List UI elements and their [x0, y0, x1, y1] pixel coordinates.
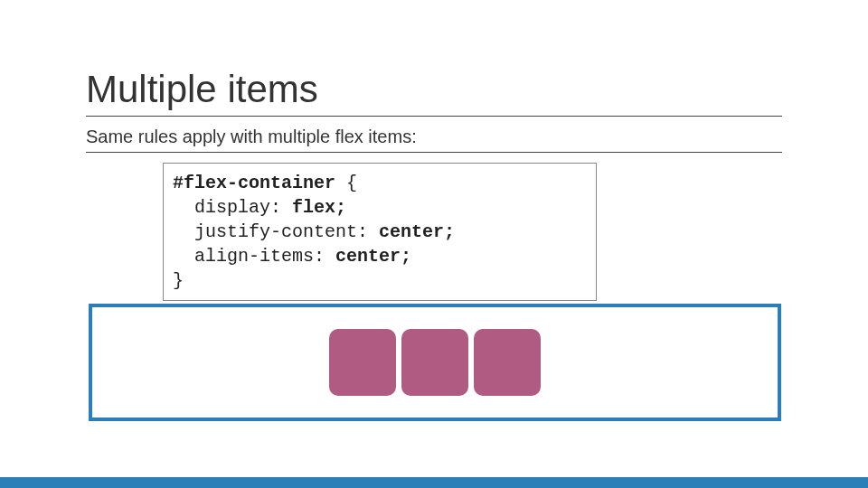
code-block: #flex-container { display: flex; justify…: [163, 163, 597, 301]
code-val-flex: flex;: [292, 197, 346, 218]
code-line-5: }: [173, 268, 587, 293]
subtitle-underline: [86, 152, 782, 153]
code-line-1: #flex-container {: [173, 171, 587, 195]
code-prop-justify: justify-content:: [194, 221, 379, 242]
code-line-3: justify-content: center;: [173, 220, 587, 244]
flex-item: [474, 329, 541, 396]
code-brace-close: }: [173, 270, 184, 291]
code-val-center2: center;: [335, 246, 411, 267]
code-prop-align: align-items:: [194, 246, 335, 267]
code-prop-display: display:: [194, 197, 292, 218]
slide-subtitle: Same rules apply with multiple flex item…: [86, 127, 417, 147]
flex-item: [401, 329, 468, 396]
slide-title: Multiple items: [86, 68, 318, 111]
flex-item: [329, 329, 396, 396]
code-line-2: display: flex;: [173, 195, 587, 220]
code-line-4: align-items: center;: [173, 244, 587, 268]
title-underline: [86, 116, 782, 117]
code-brace-open: {: [335, 173, 357, 193]
code-selector: #flex-container: [173, 173, 335, 193]
flex-container-demo: [89, 304, 781, 421]
code-val-center1: center;: [379, 221, 455, 242]
slide: Multiple items Same rules apply with mul…: [0, 0, 868, 488]
footer-accent-bar: [0, 477, 868, 488]
